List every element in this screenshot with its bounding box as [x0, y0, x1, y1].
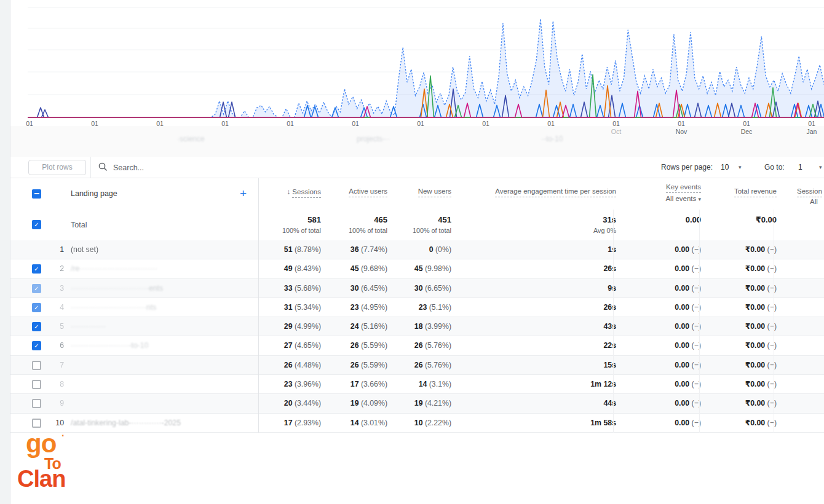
session-rate-filter[interactable]: All — [810, 198, 824, 205]
row-number: 5 — [49, 317, 64, 336]
row-checkbox[interactable] — [32, 399, 41, 408]
total-label: Total — [71, 210, 87, 240]
landing-page-header[interactable]: Landing page — [71, 178, 117, 210]
rows-per-page-caret[interactable]: ▾ — [739, 157, 742, 178]
table-row: 920 (3.44%)19 (4.09%)19 (4.21%)44s0.00 (… — [10, 394, 824, 413]
row-number: 8 — [49, 375, 64, 394]
new-users-cell: 10 (2.22%) — [359, 414, 451, 433]
landing-page-cell: (not set) — [71, 240, 98, 259]
new-users-cell: 26 (5.76%) — [359, 336, 451, 355]
total-new-users: 451100% of total — [359, 215, 451, 234]
go-to-caret[interactable]: ▾ — [819, 157, 822, 178]
key-events-caret: ▾ — [698, 196, 701, 202]
engagement-cell: 44s — [524, 394, 616, 413]
landing-page-cell: ······························nts — [71, 298, 156, 317]
row-number: 4 — [49, 298, 64, 317]
table-header: Landing page + ↓Sessions Active users Ne… — [10, 178, 824, 210]
engagement-cell: 1m 12s — [524, 375, 616, 394]
toolbar-divider — [90, 157, 91, 178]
rows-per-page-label: Rows per page: — [661, 157, 713, 178]
table-row: 10/atal-tinkering-lab-············-20251… — [10, 414, 824, 433]
table-row: 823 (3.96%)17 (3.66%)14 (3.1%)1m 12s0.00… — [10, 375, 824, 394]
new-users-cell: 0 (0%) — [359, 240, 451, 259]
engagement-cell: 9s — [524, 279, 616, 298]
revenue-cell: ₹0.00 (−) — [684, 298, 777, 317]
plot-rows-button[interactable]: Plot rows — [28, 160, 86, 175]
new-users-cell: 18 (3.99%) — [359, 317, 451, 336]
revenue-cell: ₹0.00 (−) — [684, 336, 777, 355]
revenue-cell: ₹0.00 (−) — [684, 259, 777, 278]
table-row: 726 (4.48%)26 (5.59%)26 (5.76%)15s0.00 (… — [10, 356, 824, 375]
landing-page-cell: ·······················-to-10 — [71, 336, 148, 355]
revenue-cell: ₹0.00 (−) — [684, 279, 777, 298]
revenue-cell: ₹0.00 (−) — [684, 317, 777, 336]
select-all-checkbox[interactable] — [32, 189, 41, 199]
table-row: ✓6·······················-to-1027 (4.65%… — [10, 336, 824, 355]
go-to-value[interactable]: 1 — [798, 157, 802, 178]
new-users-cell: 45 (9.98%) — [359, 259, 451, 278]
table-row: ✓5··············29 (4.99%)24 (5.16%)18 (… — [10, 317, 824, 336]
table-row: 1(not set)51 (8.78%)36 (7.74%)0 (0%)1s0.… — [10, 240, 824, 259]
new-users-cell: 30 (6.65%) — [359, 279, 451, 298]
engagement-cell: 43s — [524, 317, 616, 336]
chart-canvas — [0, 0, 824, 126]
revenue-cell: ₹0.00 (−) — [684, 414, 777, 433]
total-engagement: 31sAvg 0% — [524, 215, 616, 234]
new-users-header[interactable]: New users — [298, 187, 451, 195]
search-input[interactable] — [112, 159, 311, 176]
chart-legend-band: ·scienceprojects-···-to-10 — [10, 126, 824, 157]
table-row: ✓3·······························ents33 … — [10, 279, 824, 298]
new-users-cell: 19 (4.21%) — [359, 394, 451, 413]
row-number: 7 — [49, 356, 64, 375]
table-toolbar: Plot rows Rows per page: 10 ▾ Go to: 1 ▾ — [10, 157, 824, 178]
total-revenue: ₹0.00 — [684, 215, 777, 224]
sessions-chart[interactable] — [0, 0, 824, 126]
legend-item-blurred: ·science — [177, 135, 205, 143]
engagement-cell: 22s — [524, 336, 616, 355]
revenue-cell: ₹0.00 (−) — [684, 394, 777, 413]
search-icon — [98, 162, 108, 171]
row-checkbox[interactable] — [32, 361, 41, 370]
total-checkbox[interactable]: ✓ — [32, 220, 41, 229]
engagement-cell: 26s — [524, 259, 616, 278]
row-number: 1 — [49, 240, 64, 259]
engagement-cell: 15s — [524, 356, 616, 375]
landing-page-cell: /re······························· — [71, 259, 157, 278]
engagement-cell: 26s — [524, 298, 616, 317]
table-rows: 1(not set)51 (8.78%)36 (7.74%)0 (0%)1s0.… — [10, 240, 824, 433]
row-checkbox[interactable]: ✓ — [32, 303, 41, 312]
analytics-report-page: ·scienceprojects-···-to-10 0101010101010… — [0, 0, 824, 504]
row-checkbox[interactable]: ✓ — [32, 284, 41, 293]
new-users-cell: 26 (5.76%) — [359, 356, 451, 375]
row-checkbox[interactable]: ✓ — [32, 322, 41, 331]
row-checkbox[interactable] — [32, 419, 41, 428]
gotoclan-logo: go · To Clan — [16, 429, 96, 497]
revenue-cell: ₹0.00 (−) — [684, 240, 777, 259]
landing-page-cell: ·······························ents — [71, 279, 163, 298]
legend-item-blurred: ·-to-10 — [541, 135, 563, 143]
row-number: 2 — [49, 259, 64, 278]
engagement-cell: 1m 58s — [524, 414, 616, 433]
logo-dot: · — [61, 430, 64, 441]
row-checkbox[interactable]: ✓ — [32, 264, 41, 274]
row-number: 6 — [49, 336, 64, 355]
new-users-cell: 23 (5.1%) — [359, 298, 451, 317]
table-row: ✓4······························nts31 (5… — [10, 298, 824, 317]
logo-word-go: go — [26, 429, 56, 459]
row-number: 3 — [49, 279, 64, 298]
total-revenue-header[interactable]: Total revenue — [623, 187, 777, 195]
row-checkbox[interactable] — [32, 380, 41, 389]
row-number: 9 — [49, 394, 64, 413]
key-events-filter[interactable]: All events ▾ — [547, 195, 701, 202]
landing-page-cell: ·············· — [71, 317, 106, 336]
session-rate-header[interactable]: Session — [797, 187, 824, 195]
row-checkbox[interactable]: ✓ — [32, 341, 41, 350]
new-users-cell: 14 (3.1%) — [359, 375, 451, 394]
total-row: ✓ Total 581100% of total 465100% of tota… — [10, 210, 824, 241]
table-row: ✓2/re·······························49 (… — [10, 259, 824, 278]
legend-item-blurred: projects-·· — [357, 135, 390, 143]
logo-word-clan: Clan — [17, 466, 65, 492]
go-to-label: Go to: — [764, 157, 785, 178]
rows-per-page-value[interactable]: 10 — [721, 157, 729, 178]
engagement-cell: 1s — [524, 240, 616, 259]
